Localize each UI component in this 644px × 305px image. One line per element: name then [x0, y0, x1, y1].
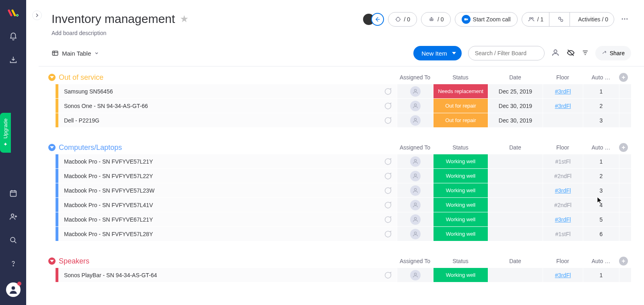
table-row[interactable]: Macbook Pro - SN FVFYVE57L21Y Working we… [56, 154, 631, 169]
cell-status[interactable]: Working well [433, 268, 488, 282]
col-header-status[interactable]: Status [433, 144, 488, 151]
cell-assigned[interactable] [397, 154, 433, 168]
collapse-arrow-icon[interactable] [48, 257, 56, 265]
col-header-auto[interactable]: Auto … [583, 144, 619, 151]
cell-floor[interactable]: #3rdFl [543, 183, 583, 197]
cell-auto[interactable]: 3 [583, 113, 619, 127]
cell-assigned[interactable] [397, 268, 433, 282]
favorite-star-icon[interactable]: ★ [180, 13, 189, 25]
add-column-button[interactable] [619, 257, 631, 266]
col-header-status[interactable]: Status [433, 74, 488, 81]
col-header-assigned[interactable]: Assigned To [397, 74, 433, 81]
upgrade-button[interactable]: ✦Upgrade [0, 113, 11, 153]
cell-status[interactable]: Working well [433, 183, 488, 197]
cell-floor[interactable] [543, 113, 583, 127]
row-chat-icon[interactable] [378, 99, 397, 113]
sidebar-collapse-toggle[interactable] [32, 10, 42, 20]
cell-assigned[interactable] [397, 84, 433, 98]
search-icon[interactable] [9, 236, 18, 245]
more-menu-icon[interactable] [618, 15, 631, 24]
view-switcher[interactable]: Main Table [52, 50, 99, 57]
row-chat-icon[interactable] [378, 84, 397, 98]
cell-assigned[interactable] [397, 99, 433, 113]
cell-date[interactable]: Dec 30, 2019 [488, 99, 543, 113]
row-title[interactable]: Macbook Pro - SN FVFYVE67L21Y [58, 212, 378, 226]
invite-icon[interactable] [9, 212, 18, 221]
row-chat-icon[interactable] [378, 113, 397, 127]
cell-auto[interactable]: 4 [583, 198, 619, 212]
cell-date[interactable]: Dec 30, 2019 [488, 113, 543, 127]
col-header-floor[interactable]: Floor [543, 258, 583, 264]
cell-floor[interactable]: #1stFl [543, 154, 583, 168]
cell-floor[interactable]: #3rdFl [543, 84, 583, 98]
cell-status[interactable]: Working well [433, 198, 488, 212]
automations-pill-1[interactable]: / 0 [388, 12, 417, 27]
cell-auto[interactable]: 1 [583, 268, 619, 282]
cell-floor[interactable]: #3rdFl [543, 268, 583, 282]
col-header-date[interactable]: Date [488, 258, 543, 264]
row-title[interactable]: Macbook Pro - SN FVFYVE57L22Y [58, 169, 378, 183]
cell-date[interactable] [488, 198, 543, 212]
row-title[interactable]: Sonos One - SN 94-34-AS-GT-66 [58, 99, 378, 113]
cell-status[interactable]: Working well [433, 154, 488, 168]
group-name[interactable]: Speakers [59, 257, 89, 266]
cell-auto[interactable]: 6 [583, 227, 619, 241]
cell-auto[interactable]: 1 [583, 84, 619, 98]
cell-floor[interactable]: #2ndFl [543, 169, 583, 183]
filter-icon[interactable] [582, 49, 589, 58]
row-title[interactable]: Sonos PlayBar - SN 94-34-AS-GT-64 [58, 268, 378, 282]
row-chat-icon[interactable] [378, 198, 397, 212]
row-title[interactable]: Dell - P2219G [58, 113, 378, 127]
start-zoom-button[interactable]: Start Zoom call [455, 12, 518, 27]
cell-date[interactable] [488, 154, 543, 168]
cell-status[interactable]: Needs replacement [433, 84, 488, 98]
collapse-arrow-icon[interactable] [48, 74, 56, 81]
cell-auto[interactable]: 2 [583, 99, 619, 113]
board-members[interactable] [362, 13, 384, 26]
cell-date[interactable] [488, 183, 543, 197]
logo-icon[interactable] [7, 8, 19, 18]
table-row[interactable]: Samsung SN56456 Needs replacement Dec 25… [56, 84, 631, 99]
user-avatar[interactable] [6, 282, 21, 297]
calendar-icon[interactable] [9, 189, 18, 198]
cell-date[interactable]: Dec 25, 2019 [488, 84, 543, 98]
bell-icon[interactable] [9, 32, 18, 41]
activities-segment[interactable]: Activities / 0 [572, 12, 614, 26]
cell-assigned[interactable] [397, 227, 433, 241]
cell-assigned[interactable] [397, 183, 433, 197]
cell-status[interactable]: Working well [433, 227, 488, 241]
row-title[interactable]: Macbook Pro - SN FVFYVE57L28Y [58, 227, 378, 241]
row-title[interactable]: Macbook Pro - SN FVFYVE57L23W [58, 183, 378, 197]
row-chat-icon[interactable] [378, 169, 397, 183]
group-name[interactable]: Out of service [59, 73, 103, 82]
link-segment[interactable] [552, 12, 570, 26]
row-chat-icon[interactable] [378, 227, 397, 241]
row-title[interactable]: Samsung SN56456 [58, 84, 378, 98]
group-name[interactable]: Computers/Laptops [59, 143, 122, 152]
share-button[interactable]: Share [595, 46, 631, 60]
add-member-icon[interactable] [371, 13, 384, 26]
people-segment[interactable]: / 1 [522, 12, 550, 26]
table-row[interactable]: Macbook Pro - SN FVFYVE57L23W Working we… [56, 183, 631, 198]
cell-auto[interactable]: 5 [583, 212, 619, 226]
cell-assigned[interactable] [397, 169, 433, 183]
col-header-floor[interactable]: Floor [543, 144, 583, 151]
cell-floor[interactable]: #1stFl [543, 227, 583, 241]
col-header-assigned[interactable]: Assigned To [397, 144, 433, 151]
table-row[interactable]: Sonos One - SN 94-34-AS-GT-66 Out for re… [56, 99, 631, 113]
cell-assigned[interactable] [397, 113, 433, 127]
activities-pill[interactable]: / 1 Activities / 0 [522, 12, 614, 27]
row-title[interactable]: Macbook Pro - SN FVFYVE57L41V [58, 198, 378, 212]
add-column-button[interactable] [619, 73, 631, 82]
group-title[interactable]: Speakers [48, 257, 397, 266]
cell-date[interactable] [488, 212, 543, 226]
table-row[interactable]: Dell - P2219G Out for repair Dec 30, 201… [56, 113, 631, 128]
col-header-date[interactable]: Date [488, 144, 543, 151]
cell-assigned[interactable] [397, 212, 433, 226]
cell-date[interactable] [488, 169, 543, 183]
collapse-arrow-icon[interactable] [48, 144, 56, 151]
col-header-auto[interactable]: Auto … [583, 74, 619, 81]
cell-auto[interactable]: 3 [583, 183, 619, 197]
col-header-date[interactable]: Date [488, 74, 543, 81]
cell-status[interactable]: Out for repair [433, 113, 488, 127]
